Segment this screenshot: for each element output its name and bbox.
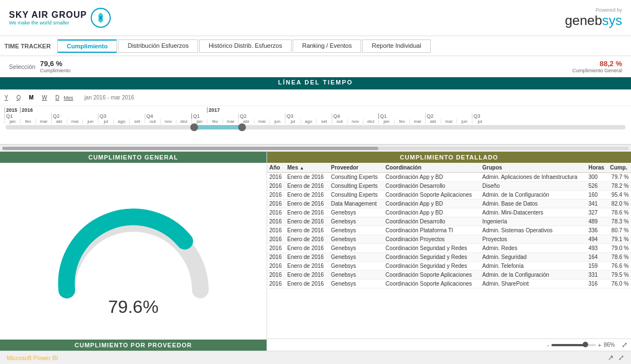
time-btn-w[interactable]: W	[42, 94, 47, 101]
cell-6: 79.0 %	[608, 244, 631, 253]
cell-4: Admin. Mini-Datacenters	[480, 208, 586, 217]
cell-3: Coordinación Seguridad y Redes	[383, 262, 480, 271]
powerbi-link[interactable]: Microsoft Power BI	[7, 355, 58, 361]
cell-5: 300	[586, 173, 608, 182]
nav-area: TIME TRACKER Cumplimiento Distribución E…	[0, 36, 631, 56]
expand-icon[interactable]: ⤢	[622, 341, 628, 349]
cell-4: Admin. Redes	[480, 244, 586, 253]
mes-label: Mes	[64, 95, 73, 101]
gauge-body: 79.6%	[0, 163, 267, 340]
logo-icon	[90, 7, 111, 28]
zoom-thumb[interactable]	[583, 342, 588, 347]
cell-2: Genebsys	[329, 217, 383, 226]
tab-cumplimiento[interactable]: Cumplimiento	[57, 39, 117, 53]
timeline-area[interactable]: 2015 2016 2017 Q1 Q2 Q3 Q4 Q1 Q2 Q3 Q4 Q…	[0, 106, 631, 145]
cell-2: Data Management	[329, 200, 383, 208]
table-rows: 2016Enero de 2016Consulting ExpertsCoord…	[267, 173, 631, 288]
tl-month-16: mai	[254, 119, 269, 124]
tab-ranking[interactable]: Ranking / Eventos	[293, 39, 361, 53]
cell-5: 160	[586, 191, 608, 200]
tl-month-30: jul	[472, 119, 487, 124]
cell-4: Admin. SharePoint	[480, 280, 586, 288]
cg-sub: Cumplimiento General	[572, 68, 622, 73]
zoom-slider[interactable]	[551, 344, 596, 346]
timeline-scrollbar-thumb[interactable]	[2, 147, 378, 150]
tl-q1-2015: Q1	[4, 113, 51, 119]
slider-left-handle[interactable]	[190, 123, 198, 131]
cell-0: 2016	[267, 253, 285, 262]
cell-2: Genebsys	[329, 235, 383, 244]
fullscreen-icon[interactable]: ⤢	[618, 353, 624, 362]
table-row: 2016Enero de 2016GenebsysCoordinación Pr…	[267, 235, 631, 244]
logo-subtitle: We make the world smaller	[9, 20, 87, 26]
tl-month-4: mai	[67, 119, 82, 124]
tl-month-2: mar	[36, 119, 51, 124]
tl-q1-2017: Q1	[378, 113, 425, 119]
cell-4: Diseño	[480, 182, 586, 191]
cumplimiento-general: 88,2 % Cumplimiento General	[572, 59, 622, 73]
tl-q4-2016: Q4	[332, 113, 378, 119]
cell-5: 336	[586, 226, 608, 235]
header: SKY AIR GROUP We make the world smaller …	[0, 0, 631, 36]
table-row: 2016Enero de 2016GenebsysCoordinación Ap…	[267, 208, 631, 217]
timeline-scrollbar-area	[0, 145, 631, 152]
tl-month-24: jan	[378, 119, 394, 124]
cell-1: Enero de 2016	[285, 280, 329, 288]
cell-1: Enero de 2016	[285, 182, 329, 191]
months-row: janfevmarabrmaijunjulagosetoutnovdezjanf…	[4, 119, 627, 124]
app-label: TIME TRACKER	[4, 43, 51, 49]
tab-reporte[interactable]: Reporte Individual	[362, 39, 431, 53]
cell-1: Enero de 2016	[285, 173, 329, 182]
cell-6: 76.6 %	[608, 262, 631, 271]
cell-3: Coordinación App y BD	[383, 208, 480, 217]
tl-month-20: set	[316, 119, 332, 124]
cell-0: 2016	[267, 262, 285, 271]
seleccion-label: Selección	[9, 63, 36, 70]
tab-distribucion[interactable]: Distribución Esfuerzos	[118, 39, 198, 53]
cell-3: Coordinación Desarrollo	[383, 182, 480, 191]
footer-icons: ↗ ⤢	[608, 353, 624, 362]
cell-5: 331	[586, 271, 608, 280]
col-grupos: Grupos	[480, 163, 586, 173]
cell-3: Coordinación Soporte Aplicaciones	[383, 191, 480, 200]
time-btn-m[interactable]: M	[29, 94, 33, 101]
tl-q3-2015: Q3	[98, 113, 145, 119]
timeline-slider[interactable]	[4, 125, 627, 133]
cell-6: 78.6 %	[608, 253, 631, 262]
tl-month-29: jun	[456, 119, 472, 124]
cell-6: 78.2 %	[608, 182, 631, 191]
tab-historico[interactable]: Histórico Distrib. Esfuerzos	[199, 39, 292, 53]
seleccion-row: Selección 79,6 % Cumplimiento 88,2 % Cum…	[0, 56, 631, 77]
table-row: 2016Enero de 2016GenebsysCoordinación Pl…	[267, 226, 631, 235]
cell-1: Enero de 2016	[285, 262, 329, 271]
slider-right-handle[interactable]	[238, 123, 246, 131]
cell-5: 327	[586, 208, 608, 217]
table-body[interactable]: Año Mes ▲ Proveedor Coordinación Grupos …	[267, 163, 631, 338]
slider-selected	[194, 125, 240, 129]
cell-4: Admin. Telefonía	[480, 262, 586, 271]
cell-3: Coordinación Plataforma TI	[383, 226, 480, 235]
cell-1: Enero de 2016	[285, 200, 329, 208]
svg-point-1	[99, 16, 102, 19]
cell-2: Genebsys	[329, 253, 383, 262]
tl-month-28: mai	[441, 119, 456, 124]
time-btn-q[interactable]: Q	[16, 94, 21, 101]
timeline-scrollbar-track[interactable]	[2, 147, 629, 150]
zoom-minus-btn[interactable]: -	[547, 342, 549, 348]
share-icon[interactable]: ↗	[608, 353, 614, 362]
zoom-row: - + 86% ⤢	[267, 338, 631, 351]
table-row: 2016Enero de 2016GenebsysCoordinación De…	[267, 217, 631, 226]
seleccion-value: 79,6 % Cumplimiento	[40, 59, 71, 73]
cell-6: 82.0 %	[608, 200, 631, 208]
cell-1: Enero de 2016	[285, 208, 329, 217]
zoom-plus-btn[interactable]: +	[598, 342, 602, 348]
gauge-percent: 79.6%	[108, 297, 159, 317]
cell-1: Enero de 2016	[285, 217, 329, 226]
cell-3: Coordinación Soporte Aplicaciones	[383, 271, 480, 280]
cell-6: 95.4 %	[608, 191, 631, 200]
cell-6: 78.3 %	[608, 217, 631, 226]
tl-q2-2016: Q2	[238, 113, 285, 119]
time-btn-d[interactable]: D	[55, 94, 59, 101]
time-btn-y[interactable]: Y	[4, 94, 8, 101]
timeline-header: LÍNEA DEL TIEMPO	[0, 77, 631, 89]
